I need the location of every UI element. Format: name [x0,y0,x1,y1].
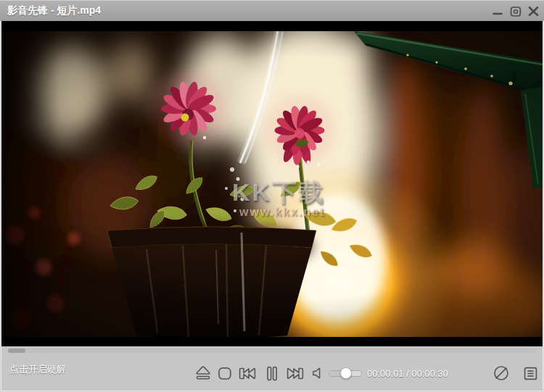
control-bar: 点击开启硬解 [1,346,543,391]
eject-button[interactable] [194,364,212,382]
stop-button[interactable] [217,366,233,381]
seek-bar[interactable] [8,349,536,353]
minimize-icon [491,5,504,18]
eject-icon [194,364,212,382]
time-display: 00:00:01 / 00:00:30 [367,368,448,379]
hw-decode-button[interactable]: 点击开启硬解 [9,363,66,376]
playlist-button[interactable] [523,366,538,381]
video-area[interactable]: KK下载 www.kkx.net [1,21,543,346]
watermark-title: KK下载 [232,176,326,209]
pause-button[interactable] [264,365,280,382]
previous-icon [238,366,257,381]
next-button[interactable] [286,366,305,381]
volume-thumb[interactable] [340,367,352,379]
next-icon [286,366,305,381]
titlebar[interactable]: 影音先锋 - 短片.mp4 [0,0,544,21]
playlist-icon [523,366,538,381]
maximize-button[interactable] [508,4,522,18]
slashed-circle-icon [493,364,510,382]
previous-button[interactable] [238,366,257,381]
minimize-button[interactable] [490,4,504,18]
stop-icon [217,366,233,381]
volume-button[interactable] [311,367,324,380]
speaker-icon [311,367,324,380]
window-title: 影音先锋 - 短片.mp4 [0,4,101,17]
close-icon [527,4,540,18]
seek-progress [8,349,25,353]
no-overlay-button[interactable] [493,364,510,382]
pause-icon [264,365,280,382]
maximize-icon [509,5,522,18]
player-window: 影音先锋 - 短片.mp4 [0,0,544,392]
close-button[interactable] [527,4,540,18]
watermark-url: www.kkx.net [239,206,325,219]
